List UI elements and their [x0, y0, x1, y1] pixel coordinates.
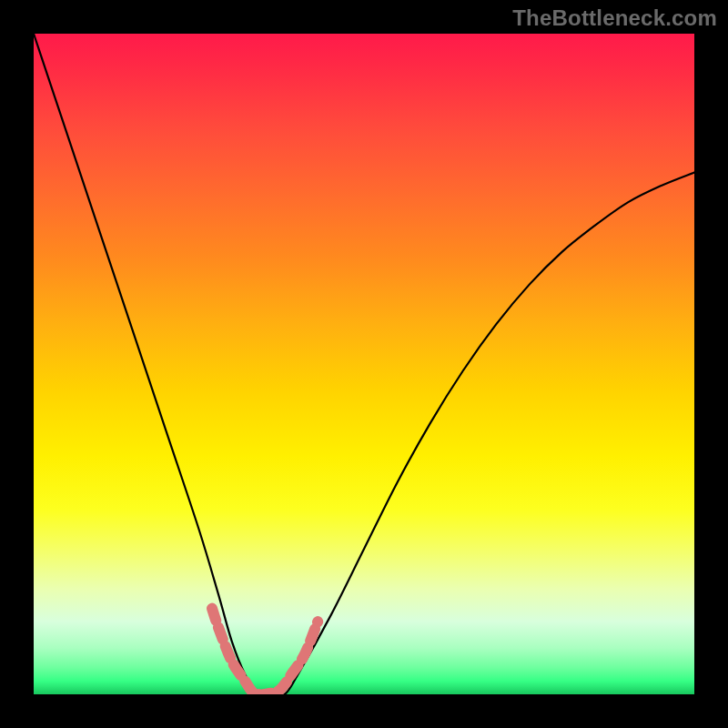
- chart-frame: TheBottleneck.com: [0, 0, 728, 728]
- bottleneck-curve-line: [34, 34, 694, 694]
- watermark-text: TheBottleneck.com: [512, 5, 717, 31]
- plot-area: [34, 34, 694, 694]
- chart-svg: [34, 34, 694, 694]
- highlight-segment-line: [212, 609, 318, 694]
